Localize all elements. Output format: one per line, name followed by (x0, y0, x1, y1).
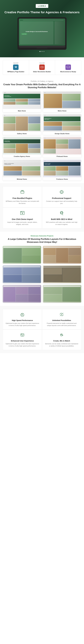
bottom-feature-desc-unlimited: Powerful elements for totally customized… (45, 322, 78, 327)
features-grid: Free Bundled Plugins WPBakery and Slider… (3, 186, 81, 228)
svg-point-16 (21, 334, 22, 334)
showcase-item-4[interactable] (43, 266, 81, 283)
plugin-badge-slider: Save $29 (30, 62, 54, 64)
showcase-item-1[interactable] (3, 246, 41, 264)
demo-label-pinboard: Pinboard Home (43, 154, 81, 158)
demo-label-main: Main Home (3, 109, 41, 112)
bottom-feature-title-ux: Enhanced User Experience (6, 340, 39, 342)
showcase-thumb-1 (3, 246, 41, 264)
demo-thumb-freelance: Freelance creativeservices offering (43, 160, 81, 177)
bottom-feature-title-unlimited: Unlimited Possibilities (45, 319, 78, 322)
screen-dots (3, 51, 81, 52)
svg-rect-1 (21, 191, 24, 193)
bottom-features-grid: High Speed Performance Optimized to give… (3, 309, 81, 350)
bottom-feature-desc-ux: Optimized to give your visitors the best… (6, 343, 39, 347)
demo-thumb-pinboard (43, 137, 81, 154)
mix-icon (45, 332, 78, 338)
feature-title-plugins: Free Bundled Plugins (6, 197, 39, 199)
demo-item-metro[interactable]: Metro Home (43, 91, 81, 112)
feature-title-support: Professional Support (45, 197, 78, 199)
svg-rect-22 (60, 334, 61, 335)
showcase-item-3[interactable] (3, 266, 41, 283)
unlimited-icon (45, 312, 78, 318)
feature-item-seo: Build With SEO In Mind SEO practices wil… (42, 208, 81, 228)
bottom-feature-ux: Enhanced User Experience Optimized to gi… (3, 330, 42, 350)
demo-item-design[interactable]: Experience Design &Digital Agency Design… (43, 114, 81, 135)
demo-thumb-main: Create Design &Successful Business (3, 91, 41, 109)
laptop-mockup: Create Design & Successful Business Lear… (17, 17, 67, 50)
plugin-item-wpbakery: Save $47 W WPBakery Page Builder (3, 60, 29, 75)
portfolio-title: Create Your Dream Portfolio With Endless… (3, 83, 81, 89)
plugins-row: Save $47 W WPBakery Page Builder Save $2… (3, 60, 81, 75)
showcase-section: Showcase Awesome Projects A Large Collec… (0, 232, 84, 306)
showcase-thumb-5 (3, 285, 41, 302)
showcase-thumb-2 (43, 246, 81, 264)
showcase-grid (3, 246, 81, 302)
demo-thumb-gallery (3, 114, 41, 132)
bottom-feature-desc-speed: Optimized to give your visitors the best… (6, 322, 39, 327)
svg-point-12 (22, 314, 23, 315)
demo-item-freelance[interactable]: Freelance creativeservices offering Free… (43, 160, 81, 180)
support-icon (45, 189, 78, 196)
demo-label-design: Design Studio Home (43, 132, 81, 135)
showcase-thumb-4 (43, 266, 81, 283)
bottom-feature-desc-mix: Elements can be easily combined and main… (45, 343, 78, 347)
showcase-item-5[interactable] (3, 285, 41, 302)
feature-desc-plugins: WPBakery and Slider Revolution are inclu… (6, 200, 39, 204)
features-section: Free Bundled Plugins WPBakery and Slider… (0, 183, 84, 232)
svg-rect-24 (62, 335, 63, 336)
svg-rect-23 (61, 334, 62, 334)
svg-point-13 (61, 314, 62, 315)
demo-item-gallery[interactable]: Gallery Home (3, 114, 41, 135)
feature-desc-import: Import all of pages and posts, sample sl… (6, 221, 39, 226)
showcase-item-2[interactable] (43, 246, 81, 264)
feature-item-support: Professional Support Contact our support… (42, 186, 81, 208)
svg-point-17 (22, 334, 22, 334)
laptop-hero-image (55, 21, 64, 44)
demo-item-main[interactable]: Create Design &Successful Business Main … (3, 91, 41, 112)
plugin-item-woo: WooCommerce Ready (55, 60, 81, 75)
feature-title-import: One Click Demo Import (6, 218, 39, 220)
bottom-feature-mix: Create, Mix & Match Elements can be easi… (42, 330, 81, 350)
plugin-icon-woo (65, 64, 71, 70)
plugin-icon-slider (39, 64, 45, 70)
feature-item-plugins: Free Bundled Plugins WPBakery and Slider… (3, 186, 42, 208)
feature-item-import: One Click Demo Import Import all of page… (3, 208, 42, 228)
bottom-features-section: High Speed Performance Optimized to give… (0, 306, 84, 353)
demo-label-freelance: Freelance Home (43, 177, 81, 180)
bottom-feature-unlimited: Unlimited Possibilities Powerful element… (42, 309, 81, 330)
showcase-title: A Large Collection Of Stunning Portfolio… (3, 238, 81, 244)
laptop-hero-text: Create Design & Successful Business (21, 31, 52, 32)
laptop-screen: Create Design & Successful Business Lear… (19, 18, 65, 46)
portfolio-section: Portfolio, Art Gallery, or Agency Create… (0, 78, 84, 183)
feature-desc-support: Contact our support team will immediatel… (45, 200, 78, 204)
demo-item-pinboard[interactable]: Pinboard Home (43, 137, 81, 158)
speed-icon (6, 312, 39, 318)
demo-label-minimal: Minimal Home (3, 177, 41, 180)
svg-point-8 (22, 212, 22, 212)
demo-grid: Create Design &Successful Business Main … (3, 91, 81, 180)
showcase-thumb-3 (3, 266, 41, 283)
svg-point-7 (21, 212, 21, 212)
plugin-icon (6, 189, 39, 196)
hero-section: LAMBA Creative Portfolio Theme for Agenc… (0, 0, 84, 57)
logo: LAMBA (36, 4, 48, 8)
demo-thumb-metro (43, 91, 81, 109)
demo-item-creative[interactable]: Superior Design& Intelligent Ideas Creat… (3, 137, 41, 158)
svg-point-4 (61, 191, 62, 193)
plugin-name-slider: Slider Revolution Builder (30, 71, 54, 72)
demo-item-minimal[interactable]: Whatever a stunning websiteis offering s… (3, 160, 41, 180)
demo-label-metro: Metro Home (43, 109, 81, 112)
plugins-section: Save $47 W WPBakery Page Builder Save $2… (0, 57, 84, 78)
plugin-name-wpbakery: WPBakery Page Builder (4, 71, 28, 72)
import-icon (6, 210, 39, 217)
plugin-item-slider: Save $29 Slider Revolution Builder (29, 60, 55, 75)
showcase-item-6[interactable] (43, 285, 81, 302)
feature-title-seo: Build With SEO In Mind (45, 218, 78, 220)
demo-thumb-minimal: Whatever a stunning websiteis offering s… (3, 160, 41, 177)
showcase-badge: Showcase Awesome Projects (3, 235, 81, 237)
laptop-hero-btn: Learn More (21, 33, 27, 35)
plugin-icon-wpbakery: W (13, 64, 19, 70)
ux-icon (6, 332, 39, 338)
demo-label-gallery: Gallery Home (3, 132, 41, 135)
